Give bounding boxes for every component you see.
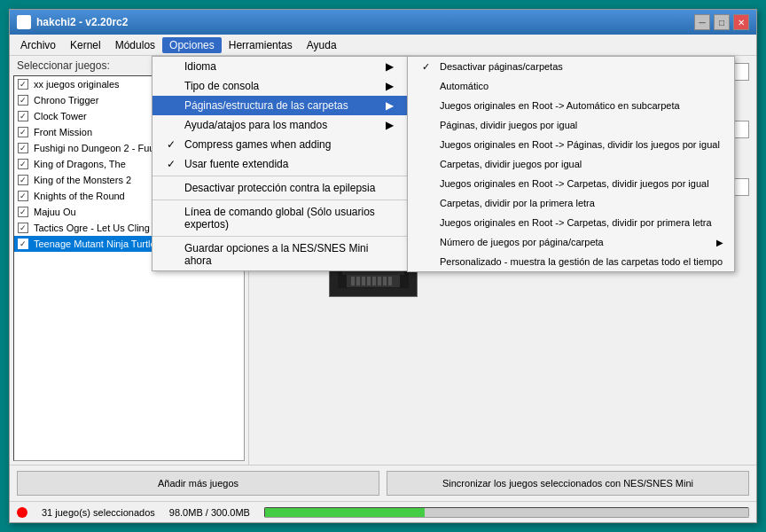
main-window: hakchi2 - v2.20rc2 ─ □ ✕ Archivo Kernel … [9,9,757,523]
menu-opciones[interactable]: Opciones [162,37,222,53]
close-button[interactable]: ✕ [733,14,749,30]
paginas-submenu[interactable]: ✓ Desactivar páginas/carpetas Automático… [407,56,735,272]
carp-primera-label: Carpetas, dividir por la primera letra [440,198,595,208]
ayuda-arrow: ▶ [376,119,394,131]
window-title: hakchi2 - v2.20rc2 [36,16,128,28]
game-checkbox-xx[interactable] [18,79,28,90]
game-label-king-monsters: King of the Monsters 2 [34,175,131,185]
svg-rect-14 [372,277,376,286]
storage-text: 98.0MB / 300.0MB [169,507,250,518]
compress-check: ✓ [167,138,184,151]
svg-rect-11 [356,277,360,286]
menu-herramientas[interactable]: Herramientas [222,37,300,53]
svg-rect-15 [378,277,381,286]
game-label-knights: Knights of the Round [34,191,125,201]
game-checkbox-tmnt[interactable] [18,239,28,249]
opciones-ayuda-mandos[interactable]: Ayuda/atajos para los mandos ▶ [152,115,408,135]
bottom-bar: Añadir más juegos Sincronizar los juegos… [10,465,756,501]
opciones-tipo-consola[interactable]: Tipo de consola ▶ [152,76,408,96]
epilepsia-label: Desactivar protección contra la epilepsi… [184,182,375,194]
guardar-label: Guardar opciones a la NES/SNES Mini ahor… [184,242,394,267]
submenu-orig-root-auto[interactable]: Juegos originales en Root -> Automático … [408,96,734,115]
desactivar-label: Desactivar páginas/carpetas [440,61,563,72]
sync-button[interactable]: Sincronizar los juegos seleccionados con… [387,471,749,496]
status-bar: 31 juego(s) seleccionados 98.0MB / 300.0… [10,501,756,522]
orig-carp-primera-label: Juegos originales en Root -> Carpetas, d… [440,217,712,228]
minimize-button[interactable]: ─ [694,14,710,30]
submenu-paginas-igual[interactable]: Páginas, dividir juegos por igual [408,115,734,135]
ayuda-label: Ayuda/atajos para los mandos [184,119,327,131]
menu-divider-2 [152,200,408,200]
personalizado-label: Personalizado - muestra la gestión de la… [440,256,723,267]
carpetas-igual-label: Carpetas, dividir juegos por igual [440,159,582,169]
linea-label: Línea de comando global (Sólo usuarios e… [184,206,394,231]
submenu-orig-root-carp-primera[interactable]: Juegos originales en Root -> Carpetas, d… [408,213,734,232]
game-checkbox-majuu[interactable] [18,207,28,217]
game-label-clock: Clock Tower [34,111,87,121]
menu-ayuda[interactable]: Ayuda [300,37,344,53]
game-label-king-dragons: King of Dragons, The [34,159,126,169]
storage-progress-fill [265,508,425,517]
fuente-check: ✓ [167,158,184,170]
game-checkbox-king-dragons[interactable] [18,159,28,169]
game-checkbox-tactics[interactable] [18,223,28,233]
svg-rect-16 [383,277,387,286]
game-checkbox-chrono[interactable] [18,95,28,106]
menu-divider-3 [152,236,408,237]
num-pagina-label: Número de juegos por página/carpeta [440,237,604,247]
game-checkbox-king-monsters[interactable] [18,175,28,185]
fuente-label: Usar fuente extendida [184,158,288,170]
tipo-label: Tipo de consola [184,80,259,92]
opciones-epilepsia[interactable]: Desactivar protección contra la epilepsi… [152,178,408,198]
opciones-menu[interactable]: Idioma ▶ Tipo de consola ▶ Páginas/estru… [152,56,409,271]
num-pagina-arrow: ▶ [716,238,723,247]
orig-root-carp-label: Juegos originales en Root -> Carpetas, d… [440,178,709,189]
orig-root-auto-label: Juegos originales en Root -> Automático … [440,100,680,111]
submenu-orig-root-carp-igual[interactable]: Juegos originales en Root -> Carpetas, d… [408,174,734,193]
submenu-personalizado[interactable]: Personalizado - muestra la gestión de la… [408,252,734,271]
orig-root-pag-label: Juegos originales en Root -> Páginas, di… [440,139,720,150]
opciones-guardar[interactable]: Guardar opciones a la NES/SNES Mini ahor… [152,239,408,270]
game-label-front: Front Mission [34,127,92,137]
submenu-carpetas-igual[interactable]: Carpetas, dividir juegos por igual [408,154,734,174]
game-checkbox-fushigi[interactable] [18,143,28,153]
automatico-label: Automático [440,81,489,91]
opciones-linea-global[interactable]: Línea de comando global (Sólo usuarios e… [152,202,408,234]
paginas-arrow: ▶ [376,99,394,112]
paginas-igual-label: Páginas, dividir juegos por igual [440,120,577,130]
game-label-tactics: Tactics Ogre - Let Us Cling To... [34,223,170,233]
opciones-idioma[interactable]: Idioma ▶ [152,57,408,76]
submenu-orig-root-paginas-igual[interactable]: Juegos originales en Root -> Páginas, di… [408,135,734,154]
menu-kernel[interactable]: Kernel [63,37,108,53]
opciones-paginas[interactable]: Páginas/estructura de las carpetas ▶ [152,96,408,115]
title-controls: ─ □ ✕ [694,14,749,30]
game-checkbox-clock[interactable] [18,111,28,121]
opciones-compress[interactable]: ✓ Compress games when adding [152,135,408,154]
selected-count: 31 juego(s) seleccionados [42,507,155,518]
menu-bar: Archivo Kernel Módulos Opciones Herramie… [10,35,756,56]
svg-rect-12 [362,277,365,286]
game-checkbox-knights[interactable] [18,191,28,201]
submenu-automatico[interactable]: Automático [408,76,734,96]
menu-modulos[interactable]: Módulos [108,37,162,53]
title-bar-left: hakchi2 - v2.20rc2 [17,15,128,29]
game-label-xx: xx juegos originales [34,79,120,90]
title-bar: hakchi2 - v2.20rc2 ─ □ ✕ [10,10,756,35]
paginas-label: Páginas/estructura de las carpetas [184,99,348,112]
submenu-numero-pagina[interactable]: Número de juegos por página/carpeta ▶ [408,232,734,252]
add-games-button[interactable]: Añadir más juegos [17,471,379,496]
idioma-arrow: ▶ [376,60,394,73]
svg-rect-10 [351,277,355,286]
submenu-carpetas-primera-letra[interactable]: Carpetas, dividir por la primera letra [408,193,734,213]
menu-archivo[interactable]: Archivo [13,37,63,53]
game-checkbox-front[interactable] [18,127,28,137]
svg-rect-17 [388,277,392,286]
idioma-label: Idioma [184,60,216,73]
menu-divider-1 [152,176,408,176]
maximize-button[interactable]: □ [714,14,730,30]
svg-rect-13 [367,277,371,286]
opciones-fuente[interactable]: ✓ Usar fuente extendida [152,154,408,174]
submenu-desactivar[interactable]: ✓ Desactivar páginas/carpetas [408,57,734,76]
status-indicator [17,507,27,518]
compress-label: Compress games when adding [184,138,331,151]
